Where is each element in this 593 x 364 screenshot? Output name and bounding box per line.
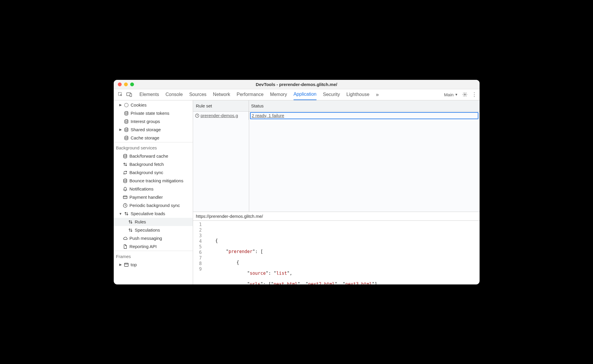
sidebar-item-speculations[interactable]: Speculations bbox=[114, 226, 193, 234]
sidebar-item-label: Rules bbox=[135, 219, 146, 224]
rules-table-body: prerender-demos.g 2 ready, 1 failure bbox=[193, 112, 480, 212]
more-menu-icon[interactable]: ⋮ bbox=[472, 91, 477, 98]
inspect-element-icon[interactable] bbox=[117, 91, 124, 98]
frame-selector-label: Main bbox=[444, 92, 454, 97]
svg-rect-2 bbox=[130, 94, 132, 97]
svg-point-3 bbox=[464, 94, 465, 95]
section-header-background-services: Background services bbox=[114, 142, 193, 152]
svg-point-8 bbox=[125, 136, 128, 137]
database-icon bbox=[124, 127, 129, 132]
sidebar-item-background-fetch[interactable]: Background fetch bbox=[114, 160, 193, 168]
status-link[interactable]: 2 ready, 1 failure bbox=[252, 113, 284, 118]
chevron-down-icon: ▼ bbox=[455, 93, 458, 96]
column-header-rule-set[interactable]: Rule set bbox=[193, 100, 249, 111]
database-icon bbox=[124, 119, 129, 124]
tab-memory[interactable]: Memory bbox=[270, 89, 287, 100]
sidebar-item-reporting-api[interactable]: Reporting API bbox=[114, 242, 193, 251]
sidebar-item-label: Background sync bbox=[130, 170, 163, 175]
svg-point-9 bbox=[123, 154, 127, 156]
credit-card-icon bbox=[123, 195, 128, 200]
sidebar-item-label: Shared storage bbox=[131, 127, 161, 132]
sidebar-item-label: Back/forward cache bbox=[130, 154, 168, 159]
rule-set-link[interactable]: prerender-demos.g bbox=[201, 113, 238, 118]
window-controls bbox=[118, 82, 134, 86]
sidebar-item-bfcache[interactable]: Back/forward cache bbox=[114, 152, 193, 160]
cookie-icon bbox=[124, 103, 129, 107]
sidebar-item-label: Speculative loads bbox=[131, 211, 165, 216]
code-content[interactable]: { "prerender": [ { "source": "list", "ur… bbox=[205, 222, 480, 284]
svg-point-4 bbox=[124, 103, 128, 107]
sidebar-item-periodic-sync[interactable]: Periodic background sync bbox=[114, 201, 193, 210]
panel-tabs: Elements Console Sources Network Perform… bbox=[140, 89, 379, 100]
window-icon bbox=[124, 262, 129, 267]
titlebar: DevTools - prerender-demos.glitch.me/ bbox=[114, 80, 480, 89]
svg-rect-13 bbox=[124, 263, 128, 266]
disclosure-triangle-icon: ▶ bbox=[119, 128, 122, 132]
code-viewer: 1 2 3 4 5 6 7 8 9 { "prerender": [ { "so… bbox=[193, 221, 480, 284]
devtools-window: DevTools - prerender-demos.glitch.me/ El… bbox=[114, 80, 480, 284]
sidebar-item-label: Payment handler bbox=[130, 195, 163, 200]
minimize-window-button[interactable] bbox=[124, 82, 128, 86]
svg-point-6 bbox=[125, 119, 128, 121]
frame-selector[interactable]: Main ▼ bbox=[444, 92, 458, 97]
close-window-button[interactable] bbox=[118, 82, 122, 86]
column-divider[interactable] bbox=[249, 112, 249, 212]
sidebar-item-private-state-tokens[interactable]: Private state tokens bbox=[114, 109, 193, 117]
sidebar-item-label: Cache storage bbox=[131, 135, 160, 140]
database-icon bbox=[124, 111, 129, 116]
table-row[interactable]: prerender-demos.g 2 ready, 1 failure bbox=[193, 112, 480, 120]
tab-elements[interactable]: Elements bbox=[140, 89, 159, 100]
tab-lighthouse[interactable]: Lighthouse bbox=[346, 89, 369, 100]
svg-point-7 bbox=[125, 128, 128, 129]
svg-rect-11 bbox=[123, 196, 127, 198]
tab-security[interactable]: Security bbox=[323, 89, 340, 100]
rules-table-header: Rule set Status bbox=[193, 100, 480, 112]
device-toolbar-icon[interactable] bbox=[125, 91, 133, 98]
sidebar-item-rules[interactable]: Rules bbox=[114, 218, 193, 226]
settings-icon[interactable] bbox=[462, 92, 468, 97]
sidebar-item-interest-groups[interactable]: Interest groups bbox=[114, 117, 193, 126]
disclosure-triangle-icon: ▼ bbox=[119, 212, 122, 215]
column-header-status[interactable]: Status bbox=[249, 100, 480, 111]
tab-application[interactable]: Application bbox=[294, 89, 316, 100]
sidebar-item-speculative-loads[interactable]: ▼ Speculative loads bbox=[114, 210, 193, 218]
transfer-icon bbox=[124, 211, 129, 216]
sidebar-item-frame-top[interactable]: ▶ top bbox=[114, 261, 193, 269]
tab-console[interactable]: Console bbox=[165, 89, 183, 100]
transfer-icon bbox=[123, 162, 128, 167]
database-icon bbox=[124, 136, 129, 140]
disclosure-triangle-icon: ▶ bbox=[119, 263, 122, 267]
more-tabs-icon[interactable]: » bbox=[376, 89, 379, 100]
sidebar-item-payment-handler[interactable]: Payment handler bbox=[114, 193, 193, 201]
transfer-icon bbox=[128, 220, 133, 224]
sidebar-item-cache-storage[interactable]: Cache storage bbox=[114, 134, 193, 142]
section-header-frames: Frames bbox=[114, 251, 193, 261]
bell-icon bbox=[123, 187, 128, 191]
document-icon bbox=[123, 244, 128, 249]
status-cell-selected[interactable]: 2 ready, 1 failure bbox=[250, 112, 478, 119]
maximize-window-button[interactable] bbox=[130, 82, 134, 86]
sidebar-item-label: Interest groups bbox=[131, 119, 160, 124]
sidebar-item-background-sync[interactable]: Background sync bbox=[114, 168, 193, 177]
sidebar-item-label: Private state tokens bbox=[131, 111, 170, 116]
sidebar-item-bounce-tracking[interactable]: Bounce tracking mitigations bbox=[114, 177, 193, 185]
svg-point-5 bbox=[125, 111, 128, 113]
sidebar-item-label: Reporting API bbox=[130, 244, 157, 249]
sidebar-item-label: Push messaging bbox=[130, 236, 162, 241]
sidebar-item-notifications[interactable]: Notifications bbox=[114, 185, 193, 193]
database-icon bbox=[123, 154, 128, 159]
clock-icon bbox=[123, 203, 128, 208]
disclosure-triangle-icon: ▶ bbox=[119, 103, 122, 107]
sidebar-item-label: top bbox=[131, 262, 137, 267]
sidebar-item-cookies[interactable]: ▶ Cookies bbox=[114, 101, 193, 109]
transfer-icon bbox=[128, 228, 133, 232]
sidebar-item-shared-storage[interactable]: ▶ Shared storage bbox=[114, 126, 193, 134]
sidebar-item-push-messaging[interactable]: Push messaging bbox=[114, 234, 193, 242]
sidebar-item-label: Cookies bbox=[131, 102, 147, 107]
sidebar-item-label: Background fetch bbox=[130, 162, 164, 167]
tab-network[interactable]: Network bbox=[213, 89, 230, 100]
tab-sources[interactable]: Sources bbox=[189, 89, 207, 100]
sidebar-item-label: Speculations bbox=[135, 227, 160, 232]
tab-performance[interactable]: Performance bbox=[237, 89, 264, 100]
database-icon bbox=[123, 178, 128, 183]
